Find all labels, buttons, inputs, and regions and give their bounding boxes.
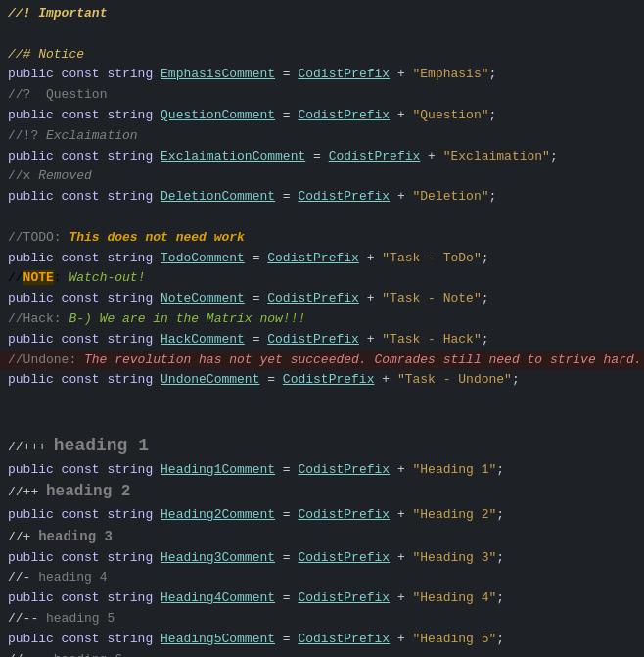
comment-heading6-line: //--- heading 6: [0, 650, 644, 658]
comment-heading3-line: //+ heading 3: [0, 526, 644, 548]
comment-note-line: //NOTE: Watch-out!: [0, 268, 644, 289]
code-line-exclaimation: public const string ExclaimationComment …: [0, 147, 644, 167]
code-line-emphasis: public const string EmphasisComment = Co…: [0, 65, 644, 85]
empty-line: [0, 208, 644, 228]
code-line-heading3: public const string Heading3Comment = Co…: [0, 548, 644, 569]
code-line-deletion: public const string DeletionComment = Co…: [0, 187, 644, 208]
code-line-heading1: public const string Heading1Comment = Co…: [0, 460, 644, 481]
code-line-todo: public const string TodoComment = Codist…: [0, 249, 644, 269]
comment-heading2-line: //++ heading 2: [0, 480, 644, 505]
code-line-hack: public const string HackComment = Codist…: [0, 330, 644, 351]
comment-heading4-line: //- heading 4: [0, 568, 644, 588]
code-line-note: public const string NoteComment = Codist…: [0, 289, 644, 309]
empty-line: [0, 411, 644, 432]
comment-undone-line: //Undone: The revolution has not yet suc…: [0, 351, 644, 371]
code-editor: //! Important //# Notice public const st…: [0, 4, 644, 657]
code-line-heading2: public const string Heading2Comment = Co…: [0, 505, 644, 526]
code-line-heading5: public const string Heading5Comment = Co…: [0, 630, 644, 650]
code-line-question: public const string QuestionComment = Co…: [0, 106, 644, 126]
empty-line: [0, 24, 644, 45]
comment-important-line: //! Important: [0, 4, 644, 24]
comment-todo-line: //TODO: This does not need work: [0, 228, 644, 249]
comment-heading1-line: //+++ heading 1: [0, 432, 644, 460]
comment-notice-line: //# Notice: [0, 45, 644, 66]
comment-question-line: //? Question: [0, 85, 644, 106]
comment-removed-line: //x Removed: [0, 166, 644, 187]
code-line-heading4: public const string Heading4Comment = Co…: [0, 588, 644, 609]
comment-heading5-line: //-- heading 5: [0, 609, 644, 630]
comment-exclaim-line: //!? Exclaimation: [0, 126, 644, 147]
code-line-undone: public const string UndoneComment = Codi…: [0, 370, 644, 391]
comment-hack-line: //Hack: B-) We are in the Matrix now!!!: [0, 309, 644, 330]
empty-line: [0, 391, 644, 411]
